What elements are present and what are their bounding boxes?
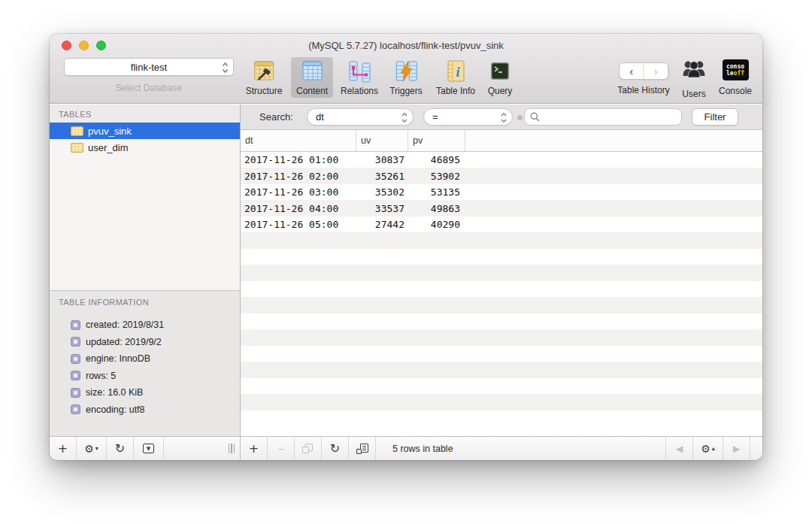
previous-page-button[interactable]: ◀ bbox=[666, 437, 693, 460]
toolbar-button-query[interactable]: Query bbox=[487, 58, 513, 96]
console-toggle-button[interactable]: ▼ bbox=[134, 437, 164, 460]
toolbar-button-triggers[interactable]: Triggers bbox=[389, 58, 423, 96]
table-row[interactable]: 2017-11-26 05:00 27442 40290 bbox=[241, 217, 762, 233]
info-badge-icon bbox=[71, 371, 80, 380]
info-text: engine: InnoDB bbox=[86, 353, 150, 364]
next-page-button[interactable]: ▶ bbox=[723, 437, 750, 460]
search-field-value: dt bbox=[316, 111, 324, 123]
content-area: Search: dt = bbox=[241, 104, 762, 436]
titlebar[interactable]: (MySQL 5.7.27) localhost/flink-test/pvuv… bbox=[50, 34, 762, 56]
window-body: TABLES pvuv_sink bbox=[50, 104, 762, 436]
add-table-button[interactable]: + bbox=[50, 437, 77, 460]
filter-button[interactable]: Filter bbox=[692, 108, 738, 126]
cell-dt[interactable]: 2017-11-26 04:00 bbox=[241, 201, 356, 217]
tables-section-header: TABLES bbox=[50, 104, 240, 123]
console-badge-icon: conso leoff bbox=[723, 59, 749, 80]
database-selector[interactable]: flink-test bbox=[64, 58, 234, 76]
table-history-label: Table History bbox=[617, 85, 669, 95]
cell-dt[interactable]: 2017-11-26 05:00 bbox=[241, 217, 356, 233]
info-text: rows: 5 bbox=[86, 371, 116, 381]
toolbar-button-console[interactable]: conso leoff Console bbox=[719, 58, 752, 96]
column-header-pv[interactable]: pv bbox=[408, 130, 465, 151]
table-empty-area bbox=[241, 410, 762, 436]
content-table-icon bbox=[299, 58, 325, 84]
toolbar-button-structure[interactable]: Structure bbox=[246, 58, 283, 96]
cell-dt[interactable]: 2017-11-26 02:00 bbox=[241, 168, 356, 185]
cell-uv[interactable]: 30837 bbox=[356, 152, 408, 168]
cell-pv[interactable]: 49863 bbox=[408, 201, 465, 217]
table-history-control: ‹ › bbox=[619, 62, 668, 80]
table-rows: 2017-11-26 01:00 30837 46895 2017-11-26 … bbox=[241, 152, 762, 410]
fullscreen-button[interactable] bbox=[96, 41, 106, 50]
cell-uv[interactable]: 35302 bbox=[356, 184, 408, 201]
sidebar-table-item[interactable]: pvuv_sink bbox=[50, 123, 240, 139]
table-info-item: updated: 2019/9/2 bbox=[50, 334, 240, 351]
history-back-button[interactable]: ‹ bbox=[620, 63, 644, 79]
info-text: created: 2019/8/31 bbox=[86, 320, 164, 330]
cell-pv[interactable]: 40290 bbox=[408, 217, 465, 233]
remove-row-button[interactable]: – bbox=[268, 437, 295, 460]
toolbar-button-table-info[interactable]: i Table Info bbox=[436, 58, 475, 96]
select-database-label: Select Database bbox=[64, 83, 234, 93]
table-row[interactable]: 2017-11-26 01:00 30837 46895 bbox=[241, 152, 762, 168]
info-text: size: 16.0 KiB bbox=[86, 387, 143, 398]
toolbar-label: Triggers bbox=[389, 86, 423, 96]
query-terminal-icon bbox=[487, 58, 513, 84]
table-info-item: size: 16.0 KiB bbox=[50, 384, 240, 401]
cell-pv[interactable]: 53135 bbox=[408, 184, 465, 201]
window-chrome: (MySQL 5.7.27) localhost/flink-test/pvuv… bbox=[50, 34, 762, 104]
column-header-spacer bbox=[465, 130, 762, 151]
filter-bar: Search: dt = bbox=[241, 104, 762, 130]
toolbar-button-users[interactable]: Users bbox=[680, 58, 707, 99]
structure-table-icon bbox=[251, 58, 277, 84]
pagination-controls: ◀ ⚙▴ ▶ bbox=[665, 437, 750, 460]
refresh-tables-button[interactable]: ↻ bbox=[107, 437, 134, 460]
toolbar-label: Content bbox=[296, 86, 328, 96]
edit-in-popup-button[interactable] bbox=[349, 437, 376, 460]
toolbar-label: Structure bbox=[246, 86, 283, 96]
column-header-uv[interactable]: uv bbox=[356, 130, 408, 151]
table-row[interactable]: 2017-11-26 04:00 33537 49863 bbox=[241, 201, 762, 217]
console-badge-line1: conso bbox=[726, 63, 744, 70]
search-operator-select[interactable]: = bbox=[423, 108, 513, 126]
triggers-icon bbox=[393, 58, 419, 84]
cell-uv[interactable]: 27442 bbox=[356, 217, 408, 233]
refresh-rows-button[interactable]: ↻ bbox=[322, 437, 349, 460]
info-badge-icon bbox=[71, 388, 80, 398]
history-forward-button[interactable]: › bbox=[643, 63, 668, 79]
console-badge-line2: leoff bbox=[726, 70, 744, 77]
table-row[interactable]: 2017-11-26 03:00 35302 53135 bbox=[241, 184, 762, 201]
sidebar-table-item[interactable]: user_dim bbox=[50, 139, 240, 156]
close-button[interactable] bbox=[62, 41, 71, 50]
edit-popup-icon bbox=[356, 444, 368, 454]
cell-uv[interactable]: 33537 bbox=[356, 201, 408, 217]
users-icon bbox=[680, 58, 707, 83]
duplicate-row-button[interactable] bbox=[295, 437, 322, 460]
desktop: (MySQL 5.7.27) localhost/flink-test/pvuv… bbox=[0, 0, 812, 524]
pagination-gear-button[interactable]: ⚙▴ bbox=[693, 437, 723, 460]
column-header-dt[interactable]: dt bbox=[241, 130, 356, 151]
cell-pv[interactable]: 53902 bbox=[408, 168, 465, 185]
search-operator-value: = bbox=[432, 111, 438, 123]
search-field-select[interactable]: dt bbox=[307, 108, 414, 126]
info-badge-icon bbox=[71, 354, 80, 364]
info-badge-icon bbox=[71, 404, 80, 414]
add-row-button[interactable]: + bbox=[241, 437, 268, 460]
table-row[interactable]: 2017-11-26 02:00 35261 53902 bbox=[241, 168, 762, 185]
toolbar-button-relations[interactable]: Relations bbox=[341, 58, 378, 96]
cell-pv[interactable]: 46895 bbox=[408, 152, 465, 168]
chevron-updown-icon bbox=[401, 111, 408, 126]
console-label: Console bbox=[719, 86, 752, 96]
popdown-icon: ▼ bbox=[143, 444, 154, 453]
cell-dt[interactable]: 2017-11-26 03:00 bbox=[241, 184, 356, 201]
sidebar-resize-grip[interactable] bbox=[229, 444, 235, 453]
toolbar-button-content[interactable]: Content bbox=[291, 57, 333, 98]
minimize-button[interactable] bbox=[79, 41, 89, 50]
table-info-item: engine: InnoDB bbox=[50, 350, 240, 368]
search-icon bbox=[530, 112, 540, 122]
table-info-icon: i bbox=[443, 58, 468, 84]
cell-dt[interactable]: 2017-11-26 01:00 bbox=[241, 152, 356, 168]
search-input[interactable] bbox=[544, 111, 681, 124]
cell-uv[interactable]: 35261 bbox=[356, 168, 408, 185]
table-actions-gear-button[interactable]: ⚙▾ bbox=[77, 437, 107, 460]
